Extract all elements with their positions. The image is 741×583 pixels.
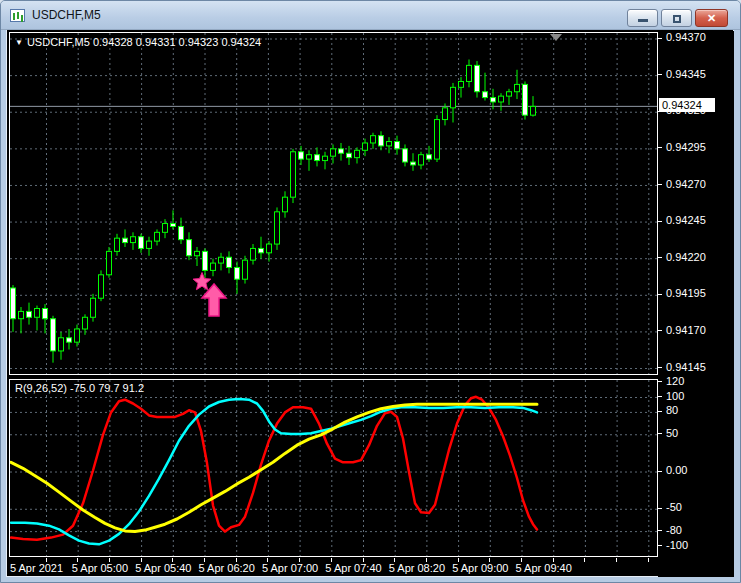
candle: [179, 226, 184, 239]
indicator-axis-label: 0.00: [666, 464, 687, 476]
price-axis-tick: [658, 257, 662, 258]
candle: [155, 232, 160, 241]
time-axis-label: 5 Apr 09:40: [504, 562, 584, 574]
candle: [307, 155, 312, 159]
candle: [43, 308, 48, 318]
price-axis-label: 0.94295: [666, 141, 706, 153]
title-bar[interactable]: USDCHF,M5 ✕: [1, 1, 740, 30]
candle: [299, 152, 304, 159]
indicator-axis-label: 100: [666, 390, 684, 402]
candle: [139, 237, 144, 249]
candle: [219, 257, 224, 263]
candle: [147, 241, 152, 248]
candle: [91, 298, 96, 317]
candle: [315, 155, 320, 161]
candle: [323, 156, 328, 160]
window-title: USDCHF,M5: [32, 8, 101, 22]
candle: [123, 238, 128, 242]
candlestick-chart[interactable]: [10, 33, 658, 375]
candle: [83, 317, 88, 329]
indicator-axis-tick: [658, 433, 662, 434]
candle: [251, 248, 256, 260]
price-axis-label: 0.94370: [666, 31, 706, 43]
price-axis-label: 0.94345: [666, 68, 706, 80]
candle: [411, 162, 416, 165]
candle: [27, 311, 32, 317]
restore-button[interactable]: [661, 9, 692, 27]
candle: [387, 142, 392, 146]
price-axis-label: 0.94245: [666, 214, 706, 226]
candle: [331, 149, 336, 156]
price-axis-tick: [658, 74, 662, 75]
indicator-chart[interactable]: [10, 380, 658, 557]
window-controls: ✕: [627, 9, 728, 27]
indicator-axis-tick: [658, 471, 662, 472]
candle: [11, 288, 16, 319]
current-price-box: 0.94324: [659, 98, 715, 112]
indicator-axis-label: -80: [666, 524, 682, 536]
candle: [51, 319, 56, 351]
candle: [339, 149, 344, 153]
candle: [427, 155, 432, 159]
candle: [451, 87, 456, 108]
price-axis-tick: [658, 38, 662, 39]
time-axis-tick: [584, 558, 585, 562]
candle: [275, 212, 280, 244]
minimize-button[interactable]: [627, 9, 658, 27]
candle: [475, 65, 480, 91]
candle: [59, 338, 64, 351]
price-axis-label: 0.94195: [666, 287, 706, 299]
indicator-axis-tick: [658, 545, 662, 546]
candle: [67, 338, 72, 342]
chart-client-area: ▼USDCHF,M5 0.94328 0.94331 0.94323 0.943…: [6, 30, 734, 577]
time-axis-tick: [616, 558, 617, 562]
indicator-panel[interactable]: R(9,26,52) -75.0 79.7 91.2: [9, 379, 658, 557]
candle: [459, 81, 464, 87]
candle: [443, 108, 448, 120]
candle: [235, 267, 240, 279]
close-button[interactable]: ✕: [695, 9, 728, 27]
candle: [355, 150, 360, 157]
chart-window-icon: [10, 9, 25, 22]
candle: [259, 248, 264, 252]
indicator-axis-tick: [658, 530, 662, 531]
price-axis-tick: [658, 184, 662, 185]
indicator-axis-label: 80: [666, 404, 678, 416]
candle: [371, 136, 376, 143]
minimize-icon: [638, 19, 648, 22]
candle: [499, 96, 504, 102]
signal-star-icon: [193, 273, 211, 290]
candle: [403, 149, 408, 162]
candle: [515, 84, 520, 91]
candle: [523, 84, 528, 115]
price-axis[interactable]: 0.94324 0.943700.943450.943200.942950.94…: [658, 31, 734, 577]
candle: [291, 152, 296, 197]
indicator-axis-tick: [658, 381, 662, 382]
indicator-label: R(9,26,52) -75.0 79.7 91.2: [15, 382, 144, 394]
candle: [115, 238, 120, 251]
candle: [395, 142, 400, 149]
chart-shift-marker-icon: [550, 34, 562, 41]
candle: [163, 224, 168, 233]
candle: [531, 106, 536, 115]
symbol-dropdown-icon[interactable]: ▼: [15, 38, 23, 47]
price-axis-tick: [658, 147, 662, 148]
price-axis-label: 0.94220: [666, 251, 706, 263]
candle: [171, 224, 176, 227]
candle: [435, 120, 440, 160]
candle: [187, 240, 192, 256]
indicator-axis-label: 120: [666, 375, 684, 387]
indicator-line-red: [11, 397, 537, 540]
candle: [379, 136, 384, 146]
candle: [507, 92, 512, 96]
candle: [211, 263, 216, 270]
candle: [467, 65, 472, 81]
candle: [363, 143, 368, 150]
price-chart-panel[interactable]: ▼USDCHF,M5 0.94328 0.94331 0.94323 0.943…: [9, 32, 658, 375]
candle: [35, 308, 40, 317]
candle: [491, 98, 496, 102]
time-axis[interactable]: 5 Apr 20215 Apr 05:005 Apr 05:405 Apr 06…: [9, 558, 658, 576]
candle: [75, 329, 80, 342]
indicator-axis-tick: [658, 396, 662, 397]
indicator-axis-label: 50: [666, 427, 678, 439]
